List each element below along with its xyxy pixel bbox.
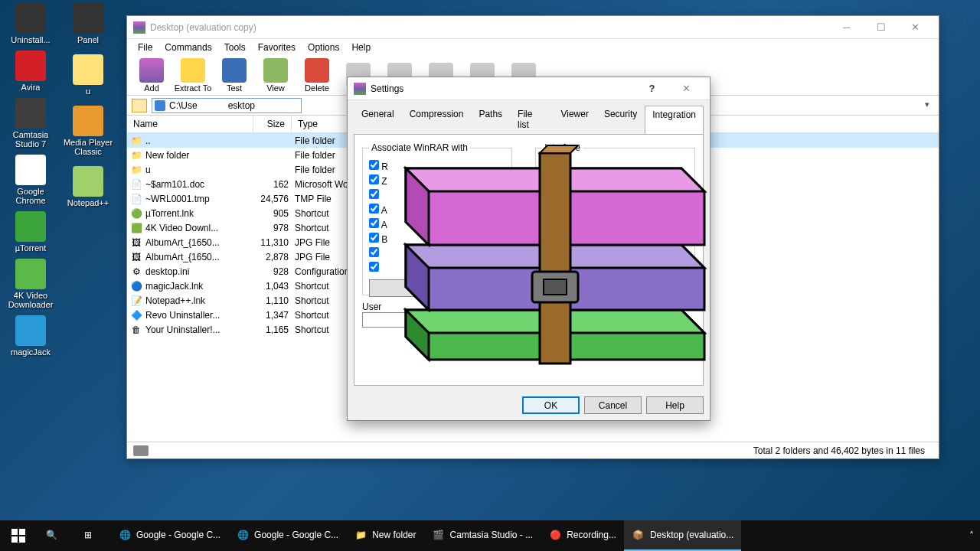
settings-title: Settings [371, 83, 635, 94]
cancel-button[interactable]: Cancel [584, 396, 642, 414]
menu-commands[interactable]: Commands [158, 41, 217, 54]
menu-help[interactable]: Help [345, 41, 377, 54]
user-label: User [362, 302, 381, 312]
toolbar-view[interactable]: View [256, 58, 296, 93]
taskbar: 🔍 ⊞ 🌐Google - Google C...🌐Google - Googl… [0, 520, 980, 551]
taskbar-pinned: 🔍 ⊞ [37, 520, 110, 551]
maximize-button[interactable]: ☐ [864, 17, 898, 38]
dialog-buttons: OK Cancel Help [348, 390, 710, 420]
address-input[interactable] [152, 98, 302, 113]
settings-titlebar[interactable]: Settings ? ✕ [348, 77, 710, 100]
status-text: Total 2 folders and 46,402 bytes in 11 f… [746, 445, 933, 456]
svg-rect-0 [540, 153, 570, 364]
taskbar-app[interactable]: 🌐Google - Google C... [110, 520, 228, 551]
close-button[interactable]: ✕ [898, 17, 933, 38]
menu-file[interactable]: File [132, 41, 158, 54]
tray-chevron-icon[interactable]: ˄ [969, 530, 974, 541]
svg-rect-3 [11, 529, 18, 535]
toolbar-test[interactable]: Test [214, 58, 254, 93]
col-size[interactable]: Size [253, 116, 292, 132]
taskbar-app[interactable]: 📁New folder [346, 520, 423, 551]
col-name[interactable]: Name [127, 116, 253, 132]
close-button[interactable]: ✕ [669, 78, 704, 99]
help-button[interactable]: Help [646, 396, 704, 414]
desktop-icons: Uninstall...AviraCamtasia Studio 7Google… [4, 0, 57, 360]
desktop-icon[interactable]: Camtasia Studio 7 [4, 95, 57, 152]
svg-rect-6 [19, 536, 25, 543]
system-tray[interactable]: ˄ [963, 530, 980, 541]
desktop-icon[interactable]: Panel [61, 0, 115, 47]
help-button[interactable]: ? [635, 78, 669, 99]
svg-rect-2 [544, 279, 567, 295]
desktop-icon[interactable]: Notepad++ [61, 163, 115, 210]
window-title: Desktop (evaluation copy) [150, 22, 829, 33]
taskbar-app[interactable]: 📦Desktop (evaluatio... [624, 520, 741, 551]
taskbar-app[interactable]: 🌐Google - Google C... [228, 520, 346, 551]
desktop-icon[interactable]: Media Player Classic [61, 103, 115, 159]
winrar-logo-overlay [383, 122, 720, 367]
minimize-button[interactable]: ─ [829, 17, 864, 38]
desktop-icon[interactable]: Google Chrome [4, 152, 57, 208]
svg-rect-4 [19, 529, 25, 535]
menu-favorites[interactable]: Favorites [252, 41, 302, 54]
toolbar-add[interactable]: Add [132, 58, 172, 93]
taskbar-app[interactable]: 🔴Recording... [541, 520, 624, 551]
lock-icon [133, 445, 149, 456]
winrar-icon [133, 21, 145, 34]
menu-options[interactable]: Options [302, 41, 345, 54]
titlebar[interactable]: Desktop (evaluation copy) ─ ☐ ✕ [127, 16, 939, 39]
desktop-icon[interactable]: magicJack [4, 312, 57, 360]
svg-rect-5 [11, 536, 18, 543]
start-button[interactable] [0, 520, 37, 551]
menu-tools[interactable]: Tools [218, 41, 252, 54]
menubar: FileCommandsToolsFavoritesOptionsHelp [127, 39, 939, 56]
toolbar-extract-to[interactable]: Extract To [173, 58, 213, 93]
ok-button[interactable]: OK [522, 396, 580, 414]
search-icon[interactable]: 🔍 [37, 520, 74, 551]
taskbar-app[interactable]: 🎬Camtasia Studio - ... [423, 520, 541, 551]
desktop-icon[interactable]: u [61, 51, 115, 99]
toolbar-delete[interactable]: Delete [297, 58, 337, 93]
task-view-icon[interactable]: ⊞ [74, 520, 110, 551]
winrar-icon [354, 83, 366, 95]
statusbar: Total 2 folders and 46,402 bytes in 11 f… [127, 442, 939, 458]
up-folder-button[interactable] [132, 99, 147, 112]
desktop-icon[interactable]: Uninstall... [4, 0, 57, 47]
desktop-icon[interactable]: µTorrent [4, 208, 57, 256]
desktop-icon[interactable]: 4K Video Downloader [4, 256, 57, 312]
desktop-icon[interactable]: Avira [4, 47, 57, 95]
